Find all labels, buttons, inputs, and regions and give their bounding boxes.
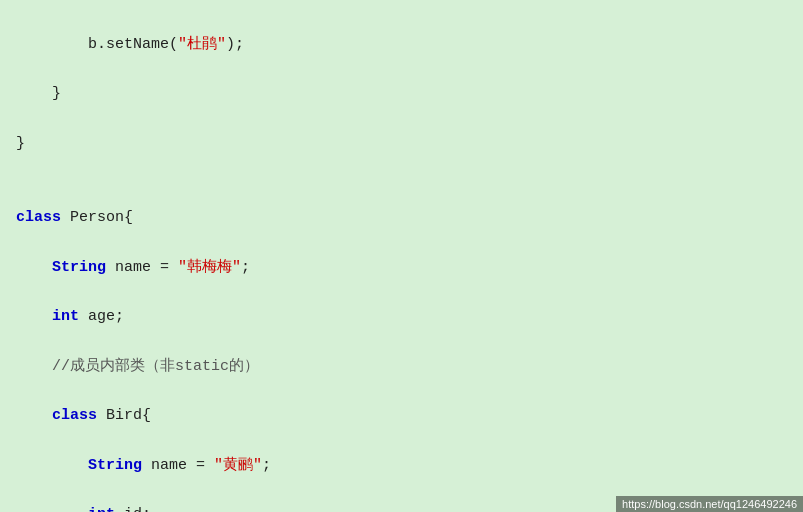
code-line: class Bird{ xyxy=(16,404,787,429)
code-block: b.setName("杜鹃"); } } class Person{ Strin… xyxy=(0,0,803,512)
code-line: //成员内部类（非static的） xyxy=(16,355,787,380)
url-watermark: https://blog.csdn.net/qq1246492246 xyxy=(616,496,803,512)
code-line: String name = "韩梅梅"; xyxy=(16,256,787,281)
code-line: } xyxy=(16,132,787,157)
code-line: } xyxy=(16,82,787,107)
code-line: b.setName("杜鹃"); xyxy=(16,33,787,58)
code-line: class Person{ xyxy=(16,206,787,231)
code-line: int age; xyxy=(16,305,787,330)
code-line: String name = "黄鹂"; xyxy=(16,454,787,479)
